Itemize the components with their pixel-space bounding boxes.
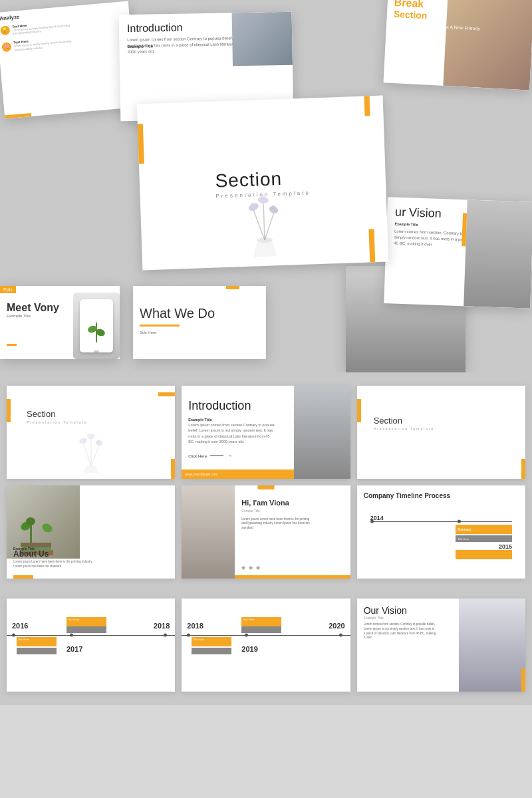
bar-2017-sub	[66, 626, 106, 633]
about-us-slide: About Us Example Title Lorem ipsum Lorem…	[7, 485, 175, 579]
analyze-slide: Analyze 💡 Text Here Lorem ipsum is simpl…	[0, 1, 138, 119]
main-center-slide: Section Presentation Template	[137, 96, 388, 271]
dot-2016	[12, 634, 15, 637]
brain-icon: 🧠	[3, 44, 10, 50]
bar-2019-text: Title Here	[241, 617, 281, 622]
middle-section: Section Presentation Template Introducti…	[0, 372, 532, 592]
company-timeline-slide: Company Timeline Process 2014 Summary Ti…	[357, 485, 525, 579]
orange-vision-right	[521, 668, 525, 692]
click-here-link[interactable]: Click Here →	[188, 453, 232, 459]
viona-contact-sub: Contact Title	[241, 509, 260, 513]
year-2019: 2019	[241, 645, 257, 653]
mini-section2-slide: Section Presentation Template	[357, 386, 525, 479]
timeline-line	[370, 521, 512, 522]
svg-point-15	[95, 440, 103, 447]
bar-2016: Title Here	[17, 637, 57, 646]
mini-section1-slide: Section Presentation Template	[7, 386, 175, 479]
viona-name: Hi, I'am Viona	[241, 499, 289, 507]
bottom-tl-line-1	[7, 635, 175, 636]
svg-line-12	[91, 445, 99, 466]
timeline-2018-2020-slide: 2018 Title Here 2019 Title Here 2020	[182, 598, 350, 692]
what-we-do-title: What We Do	[140, 306, 259, 321]
svg-line-2	[263, 203, 265, 240]
svg-line-1	[253, 210, 265, 240]
what-we-do-slide: What We Do Sub Here	[133, 286, 266, 359]
top-section: Analyze 💡 Text Here Lorem ipsum is simpl…	[0, 0, 532, 372]
our-vision-slide: Our Vision Example Title Lorem comes fro…	[357, 598, 525, 692]
section2-title: Section	[374, 416, 402, 426]
vision-slide: ur Vision Example Title Lorem comes from…	[384, 197, 532, 309]
bottom-tl-line-2	[182, 635, 350, 636]
orange-bar-right-2	[521, 459, 525, 479]
bar-2018-sub	[192, 648, 231, 654]
section1-subtitle: Presentation Template	[27, 420, 88, 424]
svg-line-10	[83, 443, 91, 466]
orange-bar-left-2	[357, 399, 361, 422]
dot-2018-right	[187, 634, 190, 637]
wwd-sub: Sub Here	[140, 331, 259, 334]
dot-2017	[70, 634, 73, 637]
lightbulb-icon: 💡	[2, 28, 9, 34]
dot-2015	[458, 520, 461, 523]
section1-title: Section	[27, 409, 55, 419]
year-2020: 2020	[329, 622, 344, 630]
orange-top-decoration	[226, 286, 239, 289]
bar-2014: Summary	[456, 525, 512, 534]
viona-body-text: Lorem ipsum Lorem have been there is the…	[241, 517, 315, 530]
orange-top-right-1	[158, 392, 175, 396]
mini-intro-body: Lorem ipsum comes from section Contrary …	[188, 422, 275, 444]
dot-2020	[339, 634, 342, 637]
orange-underline	[140, 325, 180, 327]
viona-slide: Hi, I'am Viona Contact Title Lorem ipsum…	[182, 485, 350, 579]
viona-photo	[182, 485, 235, 579]
social-icon-1: ◆	[241, 565, 245, 571]
arrow-line	[210, 456, 223, 456]
break-subtitle: Grab Some Coffee & Make A New Friends	[393, 22, 480, 31]
social-icons: ◆ ◆ ◆	[241, 565, 260, 571]
bar-2014-label: Summary	[458, 528, 471, 531]
svg-line-3	[264, 213, 275, 239]
about-example: Example Title	[13, 547, 35, 551]
dot-2014	[370, 520, 374, 523]
our-vision-body: Lorem comes from section. Contrary to po…	[364, 622, 437, 640]
vision-bottom-photo	[459, 598, 525, 692]
social-icon-3: ◆	[256, 565, 260, 571]
year-2017: 2017	[66, 645, 82, 653]
dot-2019	[245, 634, 248, 637]
bottom-section: 2016 Title Here 2017 Title Here 2018 201…	[0, 592, 532, 705]
bar-2017: Title Here	[66, 617, 106, 626]
orange-bottom-bar	[5, 113, 31, 118]
arrow-icon: →	[227, 453, 232, 459]
social-icon-2: ◆	[249, 565, 253, 571]
orange-bar-left	[138, 124, 144, 164]
svg-point-13	[78, 437, 88, 445]
bar-2017-text: Title Here	[66, 617, 106, 622]
year-2018-left: 2018	[154, 622, 170, 630]
year-2018-right: 2018	[187, 622, 203, 630]
flower-mini-1	[61, 426, 121, 475]
website-text: www.yourdomain.com	[185, 472, 217, 476]
timeline-2016-2018-slide: 2016 Title Here 2017 Title Here 2018	[7, 598, 175, 692]
bar-2014-sub: Title Here	[456, 535, 512, 542]
timeline-title: Company Timeline Process	[364, 492, 519, 499]
vision-image	[464, 200, 532, 308]
about-body: Lorem ipsum Lorem have been there is the…	[13, 560, 100, 569]
bar-2014-sub-label: Title Here	[458, 537, 469, 541]
orange-bar-left-1	[7, 399, 11, 422]
room-image	[232, 12, 293, 66]
bar-2018: Title Here	[192, 637, 231, 646]
year-2016: 2016	[12, 622, 28, 630]
flower-vase-image	[219, 182, 309, 261]
break-section-slide: Break Section Grab Some Coffee & Make A …	[383, 0, 532, 90]
orange-bottom-viona	[235, 575, 350, 579]
orange-top-viona	[257, 485, 274, 489]
bar-2016-sub	[17, 648, 57, 654]
orange-bar-bottom	[369, 229, 376, 262]
about-title: About Us	[13, 549, 49, 559]
pptx-badge: Pptx	[0, 286, 16, 293]
phone-image	[73, 293, 120, 359]
dot-2018-left	[164, 634, 167, 637]
orange-bar-top	[364, 96, 370, 116]
mini-intro-title: Introduction	[188, 399, 251, 413]
orange-bar-right-1	[171, 459, 175, 479]
